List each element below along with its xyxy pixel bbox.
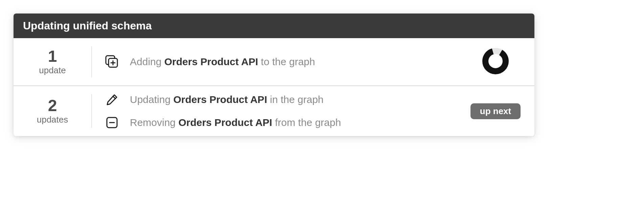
count-number: 2 (48, 98, 57, 114)
count-column: 1 update (14, 38, 91, 85)
item-text: Updating Orders Product API in the graph (130, 94, 324, 105)
update-section: 2 updates Updating Orders Product API in… (14, 85, 534, 136)
schema-update-card: Updating unified schema 1 update Adding (14, 14, 534, 136)
item-text: Removing Orders Product API from the gra… (130, 117, 341, 128)
status-badge: up next (470, 103, 521, 119)
remove-icon (104, 116, 120, 129)
svg-line-6 (113, 96, 115, 99)
count-number: 1 (48, 48, 57, 64)
add-icon (104, 54, 120, 69)
status-column (457, 38, 534, 85)
item-subject: Orders Product API (173, 94, 267, 105)
item-suffix: to the graph (258, 56, 315, 67)
card-header: Updating unified schema (14, 14, 534, 38)
header-title: Updating unified schema (23, 20, 152, 32)
item-text: Adding Orders Product API to the graph (130, 56, 315, 68)
items-column: Adding Orders Product API to the graph (92, 38, 457, 85)
items-column: Updating Orders Product API in the graph… (92, 86, 457, 136)
status-column: up next (457, 86, 534, 136)
item-prefix: Adding (130, 56, 164, 67)
item-subject: Orders Product API (178, 117, 272, 128)
update-item: Adding Orders Product API to the graph (104, 54, 457, 69)
item-prefix: Removing (130, 117, 178, 128)
edit-icon (104, 93, 120, 106)
count-column: 2 updates (14, 86, 91, 136)
update-item: Removing Orders Product API from the gra… (104, 116, 457, 129)
spinner-icon (481, 46, 510, 77)
item-prefix: Updating (130, 94, 173, 105)
count-label: update (39, 65, 66, 76)
update-section: 1 update Adding Orders Product API to th… (14, 38, 534, 85)
item-subject: Orders Product API (164, 56, 258, 67)
item-suffix: in the graph (267, 94, 324, 105)
update-item: Updating Orders Product API in the graph (104, 93, 457, 106)
count-label: updates (37, 114, 68, 125)
item-suffix: from the graph (272, 117, 341, 128)
